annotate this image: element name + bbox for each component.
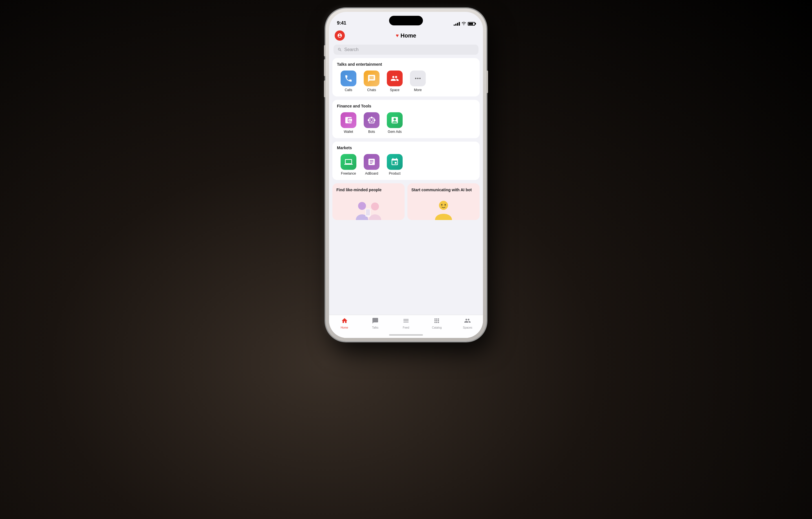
app-header: ♥ Home bbox=[329, 28, 483, 44]
nav-item-catalog[interactable]: Catalog bbox=[422, 317, 452, 329]
finance-app-grid: Wallet Bots bbox=[337, 112, 475, 134]
svg-point-5 bbox=[441, 204, 443, 206]
promo-find-people-title: Find like-minded people bbox=[336, 187, 401, 192]
gemads-icon bbox=[387, 112, 403, 128]
svg-point-1 bbox=[371, 202, 379, 211]
adboard-label: AdBoard bbox=[365, 171, 378, 175]
home-nav-icon bbox=[341, 317, 348, 325]
feed-nav-label: Feed bbox=[403, 326, 409, 329]
talks-nav-icon bbox=[372, 317, 379, 325]
bots-icon bbox=[364, 112, 379, 128]
talks-section-title: Talks and entertainment bbox=[337, 62, 475, 66]
promo-ai-bot[interactable]: Start communicating with AI bot bbox=[407, 183, 480, 220]
talks-nav-label: Talks bbox=[372, 326, 378, 329]
freelance-icon bbox=[341, 154, 356, 170]
app-item-chats[interactable]: Chats bbox=[360, 71, 383, 92]
header-title-text: Home bbox=[401, 32, 416, 39]
header-heart-icon: ♥ bbox=[396, 33, 399, 39]
markets-section-title: Markets bbox=[337, 145, 475, 150]
spaces-nav-label: Spaces bbox=[463, 326, 472, 329]
feed-nav-icon bbox=[403, 317, 409, 325]
home-nav-label: Home bbox=[341, 326, 348, 329]
app-item-gemads[interactable]: Gem Ads bbox=[383, 112, 406, 134]
nav-item-feed[interactable]: Feed bbox=[390, 317, 421, 329]
content-area[interactable]: ♥ Home Search Talks and entertainment bbox=[329, 28, 483, 338]
talks-app-grid: Calls Chats bbox=[337, 71, 475, 92]
svg-point-6 bbox=[445, 204, 446, 206]
app-item-product[interactable]: Product bbox=[383, 154, 406, 175]
app-item-adboard[interactable]: AdBoard bbox=[360, 154, 383, 175]
search-placeholder: Search bbox=[344, 47, 359, 52]
avatar-button[interactable] bbox=[335, 30, 345, 40]
promo-find-people[interactable]: Find like-minded people bbox=[332, 183, 405, 220]
catalog-nav-label: Catalog bbox=[432, 326, 441, 329]
promo-ai-bot-title: Start communicating with AI bot bbox=[411, 187, 476, 192]
header-title: ♥ Home bbox=[396, 32, 416, 39]
bottom-spacer bbox=[329, 223, 483, 249]
svg-rect-3 bbox=[366, 209, 370, 216]
battery-icon bbox=[468, 22, 475, 26]
status-icons bbox=[454, 22, 475, 26]
search-icon bbox=[338, 47, 342, 52]
adboard-icon bbox=[364, 154, 379, 170]
space-icon bbox=[387, 71, 403, 86]
scene: 9:41 bbox=[0, 0, 812, 519]
app-item-calls[interactable]: Calls bbox=[337, 71, 360, 92]
app-item-freelance[interactable]: Freelance bbox=[337, 154, 360, 175]
promo-ai-bot-image bbox=[407, 197, 480, 220]
promo-row: Find like-minded people bbox=[332, 183, 480, 220]
product-icon bbox=[387, 154, 403, 170]
spaces-nav-icon bbox=[464, 317, 471, 325]
chats-icon bbox=[364, 71, 379, 86]
power-button[interactable] bbox=[486, 71, 488, 93]
finance-section-title: Finance and Tools bbox=[337, 104, 475, 108]
gemads-label: Gem Ads bbox=[388, 130, 402, 134]
bots-label: Bots bbox=[368, 130, 375, 134]
dynamic-island bbox=[389, 16, 423, 25]
nav-item-spaces[interactable]: Spaces bbox=[452, 317, 483, 329]
wifi-icon bbox=[462, 22, 466, 26]
phone-shell: 9:41 bbox=[326, 8, 486, 341]
search-bar[interactable]: Search bbox=[334, 45, 478, 55]
product-label: Product bbox=[389, 171, 400, 175]
svg-point-4 bbox=[439, 201, 448, 210]
promo-find-people-image bbox=[332, 197, 405, 220]
silent-switch bbox=[324, 45, 326, 56]
app-item-bots[interactable]: Bots bbox=[360, 112, 383, 134]
wallet-icon bbox=[341, 112, 356, 128]
more-icon bbox=[410, 71, 426, 86]
nav-item-talks[interactable]: Talks bbox=[360, 317, 390, 329]
chats-label: Chats bbox=[367, 88, 376, 92]
status-time: 9:41 bbox=[337, 20, 346, 26]
calls-icon bbox=[341, 71, 356, 86]
finance-section: Finance and Tools Wallet bbox=[332, 100, 480, 138]
app-item-more[interactable]: More bbox=[406, 71, 429, 92]
markets-app-grid: Freelance AdBoard bbox=[337, 154, 475, 175]
nav-item-home[interactable]: Home bbox=[329, 317, 360, 329]
freelance-label: Freelance bbox=[341, 171, 356, 175]
more-label: More bbox=[414, 88, 422, 92]
volume-up-button[interactable] bbox=[324, 59, 326, 76]
space-label: Space bbox=[390, 88, 400, 92]
svg-point-0 bbox=[358, 202, 366, 210]
volume-down-button[interactable] bbox=[324, 80, 326, 97]
calls-label: Calls bbox=[345, 88, 352, 92]
markets-section: Markets Freelance bbox=[332, 142, 480, 180]
phone-screen: 9:41 bbox=[329, 12, 483, 338]
app-item-wallet[interactable]: Wallet bbox=[337, 112, 360, 134]
talks-section: Talks and entertainment Calls bbox=[332, 58, 480, 97]
signal-icon bbox=[454, 22, 460, 26]
home-indicator bbox=[389, 334, 423, 336]
app-item-space[interactable]: Space bbox=[383, 71, 406, 92]
wallet-label: Wallet bbox=[344, 130, 353, 134]
catalog-nav-icon bbox=[433, 317, 440, 325]
